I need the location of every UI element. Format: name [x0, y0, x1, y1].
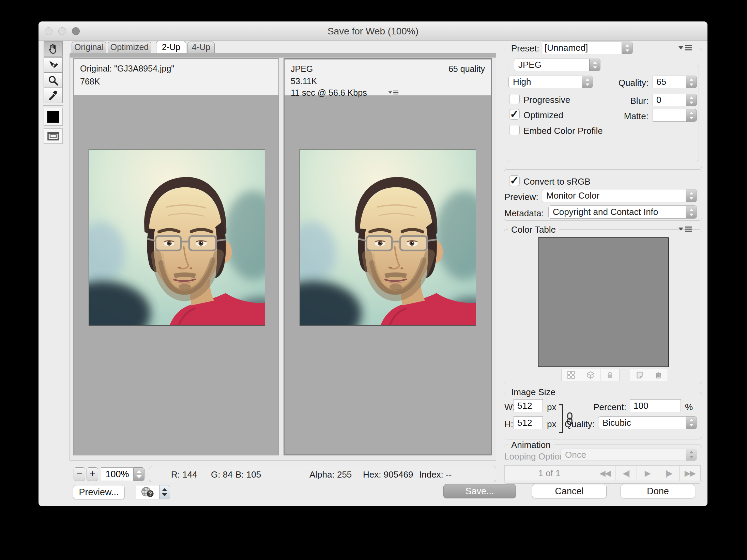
optimized-filesize: 53.11K — [291, 76, 317, 86]
tab-optimized[interactable]: Optimized — [108, 42, 151, 53]
play-icon: ▶ — [645, 469, 650, 478]
color-table-edit-tools — [630, 369, 668, 381]
looping-options-dropdown[interactable]: Once — [561, 449, 697, 461]
check-icon: ✓ — [510, 174, 519, 187]
cancel-button-label: Cancel — [555, 486, 583, 496]
blur-field[interactable] — [653, 94, 686, 106]
stepper-down-icon — [162, 493, 167, 496]
preview-mode-dropdown[interactable]: Monitor Color — [542, 189, 697, 202]
eyedropper-icon — [47, 90, 59, 102]
quality-stepper[interactable] — [686, 76, 697, 88]
readout-hex: Hex: 905469 — [363, 469, 413, 480]
quality-field[interactable] — [653, 76, 686, 88]
toggle-slices-visibility-button[interactable] — [44, 128, 63, 144]
matte-field[interactable] — [653, 109, 686, 122]
browser-select-button[interactable]: ? — [136, 485, 159, 499]
height-field[interactable] — [514, 416, 543, 429]
new-color-button[interactable] — [630, 369, 649, 381]
new-swatch-icon — [635, 371, 644, 379]
metadata-dropdown[interactable]: Copyright and Contact Info — [548, 205, 697, 219]
color-table-menu-button[interactable] — [679, 227, 692, 232]
next-frame-button[interactable]: |▶ — [658, 466, 679, 481]
last-frame-button[interactable]: ▶▶ — [679, 466, 700, 481]
done-button[interactable]: Done — [621, 484, 695, 498]
done-button-label: Done — [647, 486, 669, 496]
convert-srgb-checkbox[interactable]: ✓ — [509, 175, 520, 186]
convert-srgb-label: Convert to sRGB — [523, 176, 591, 187]
play-button[interactable]: ▶ — [637, 466, 658, 481]
optimized-pane[interactable]: JPEG 65 quality 53.11K 11 sec @ 56.6 Kbp… — [284, 58, 492, 455]
cancel-button[interactable]: Cancel — [532, 484, 607, 498]
magnifier-icon — [47, 75, 59, 86]
close-button[interactable] — [45, 27, 52, 35]
dropdown-stepper-icon — [686, 416, 697, 429]
lock-color-button[interactable] — [600, 369, 620, 381]
metadata-value: Copyright and Contact Info — [553, 207, 658, 217]
zoom-tool-button[interactable] — [44, 73, 63, 88]
hand-tool-button[interactable] — [44, 41, 63, 57]
embed-color-profile-checkbox[interactable] — [509, 125, 520, 135]
animation-title: Animation — [508, 440, 554, 450]
readout-red: R: 144 — [171, 469, 197, 480]
matte-stepper[interactable] — [686, 109, 697, 122]
zoom-level-stepper[interactable] — [134, 467, 144, 481]
triangle-icon — [679, 46, 683, 49]
preview-in-browser-button[interactable]: Preview... — [73, 485, 125, 499]
eyedropper-tool-button[interactable] — [44, 88, 63, 103]
compression-value: High — [513, 77, 531, 87]
stepper-down-icon — [136, 475, 142, 478]
progressive-checkbox[interactable] — [509, 94, 520, 104]
percent-field[interactable] — [630, 399, 681, 412]
slice-select-icon — [47, 59, 59, 71]
optimized-photo — [300, 149, 476, 326]
preview-area-top-edge — [70, 53, 496, 58]
resample-quality-dropdown[interactable]: Bicubic — [598, 416, 697, 429]
color-table-swatches[interactable] — [538, 237, 669, 367]
zoom-level-field[interactable] — [101, 467, 134, 481]
original-filesize: 768K — [80, 77, 100, 87]
toolbar-divider — [43, 105, 63, 106]
metadata-label: Metadata: — [504, 208, 544, 219]
eyedropper-color-well[interactable] — [44, 108, 63, 126]
readout-index: Index: -- — [419, 469, 452, 480]
compression-dropdown[interactable]: High — [508, 76, 593, 88]
browser-select-stepper[interactable] — [159, 485, 170, 499]
original-info-bar: Original: "GJ3A8954.jpg" 768K — [74, 59, 278, 95]
tab-original[interactable]: Original — [72, 42, 106, 53]
zoom-in-button[interactable]: + — [87, 467, 98, 481]
web-shift-button[interactable] — [581, 369, 600, 381]
optimized-checkbox[interactable]: ✓ — [509, 109, 520, 120]
zoom-window-button[interactable] — [72, 27, 80, 35]
minimize-button[interactable] — [58, 27, 66, 35]
preset-dropdown[interactable]: [Unnamed] — [540, 42, 633, 54]
browser-globe-icon: ? — [140, 486, 155, 498]
dropdown-stepper-icon — [582, 76, 593, 88]
color-readout-bar: R: 144 G: 84 B: 105 Alpha: 255 Hex: 9054… — [149, 466, 496, 482]
map-transparency-button[interactable] — [561, 369, 581, 381]
readout-green: G: 84 — [211, 469, 233, 480]
menu-lines-icon — [685, 45, 692, 50]
optimized-info-bar: JPEG 65 quality 53.11K 11 sec @ 56.6 Kbp… — [285, 59, 491, 95]
original-pane[interactable]: Original: "GJ3A8954.jpg" 768K — [73, 58, 279, 455]
slice-select-tool-button[interactable] — [44, 57, 63, 73]
original-filename: Original: "GJ3A8954.jpg" — [80, 64, 174, 74]
cube-icon — [586, 371, 595, 379]
tab-4up[interactable]: 4-Up — [187, 42, 215, 53]
width-field[interactable] — [514, 399, 543, 412]
percent-unit: % — [685, 402, 693, 413]
first-frame-button[interactable]: ◀◀ — [594, 466, 615, 481]
optimize-panel-menu-button[interactable] — [679, 45, 692, 50]
readout-alpha: Alpha: 255 — [309, 469, 352, 480]
save-button[interactable]: Save... — [443, 484, 516, 498]
title-bar: Save for Web (100%) — [39, 21, 707, 41]
delete-color-button[interactable] — [649, 369, 668, 381]
download-speed-menu[interactable] — [388, 91, 398, 94]
format-dropdown[interactable]: JPEG — [514, 59, 600, 71]
zoom-out-button[interactable]: − — [74, 467, 85, 481]
blur-stepper[interactable] — [686, 94, 697, 106]
embed-color-profile-label: Embed Color Profile — [523, 126, 603, 136]
tab-2up[interactable]: 2-Up — [156, 41, 186, 53]
plus-icon: + — [89, 468, 95, 479]
previous-frame-button[interactable]: ◀| — [615, 466, 636, 481]
height-label: H: — [504, 419, 513, 430]
